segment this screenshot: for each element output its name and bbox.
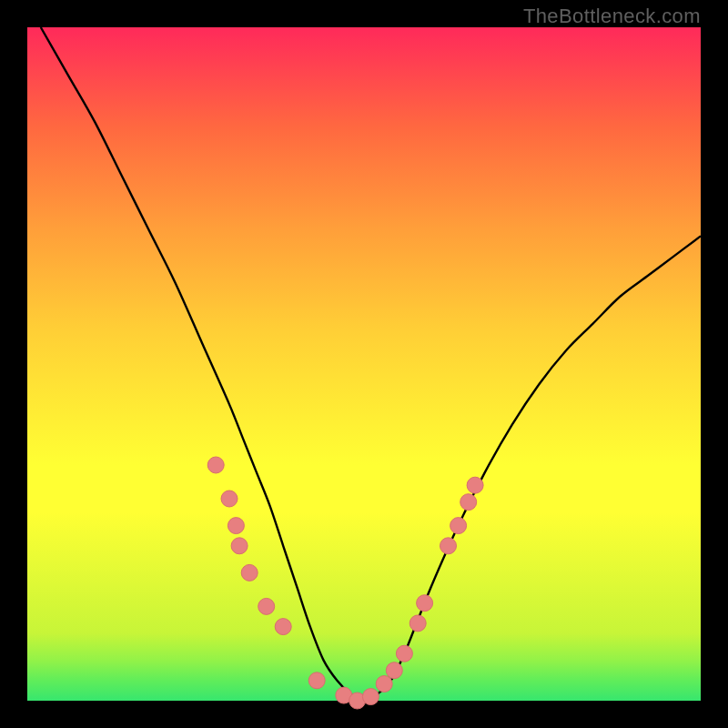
- data-dot: [460, 494, 477, 511]
- curve-svg: [27, 27, 701, 701]
- plot-area: [27, 27, 701, 701]
- data-dot: [376, 676, 392, 693]
- data-dot: [228, 518, 244, 534]
- data-dot: [396, 645, 412, 662]
- data-dot: [275, 619, 291, 635]
- data-dot: [450, 518, 467, 534]
- data-dot: [241, 564, 258, 581]
- watermark-text: TheBottleneck.com: [523, 5, 701, 28]
- data-dot: [308, 672, 325, 689]
- bottleneck-curve: [41, 27, 701, 701]
- data-dot: [362, 689, 379, 705]
- data-dot: [386, 662, 402, 679]
- data-dots: [207, 457, 483, 709]
- data-dot: [467, 477, 483, 493]
- data-dot: [231, 538, 248, 554]
- data-dot: [258, 598, 275, 614]
- data-dot: [410, 615, 426, 632]
- chart-frame: TheBottleneck.com: [0, 0, 728, 728]
- data-dot: [417, 595, 433, 612]
- data-dot: [440, 538, 457, 554]
- data-dot: [221, 490, 238, 507]
- data-dot: [207, 457, 224, 473]
